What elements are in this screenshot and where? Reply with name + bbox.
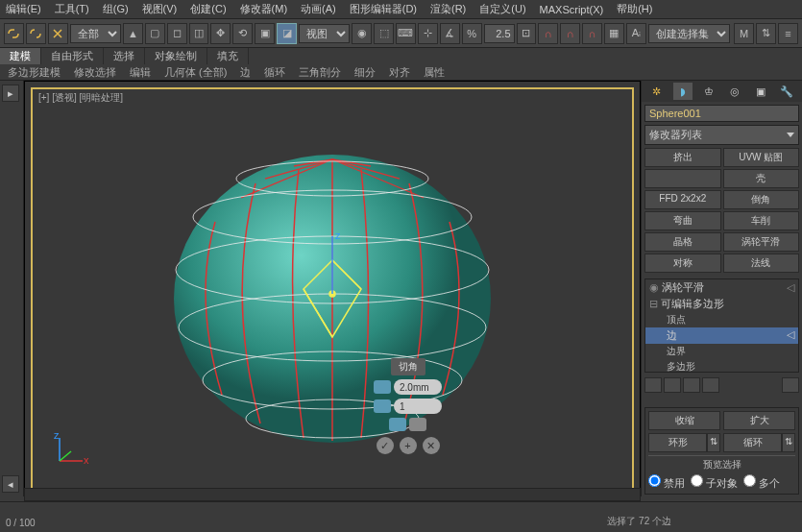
ribbon-sub-tri[interactable]: 三角剖分	[295, 65, 345, 80]
align-icon[interactable]: ⇅	[756, 23, 776, 44]
scale-icon[interactable]: ▣	[255, 23, 275, 44]
panel-tab-hierarchy-icon[interactable]: ♔	[699, 83, 718, 100]
btn-bend[interactable]: 弯曲	[644, 211, 721, 230]
panel-tab-utilities-icon[interactable]: 🔧	[777, 83, 796, 100]
ribbon-sub-props[interactable]: 属性	[420, 65, 449, 80]
move-icon[interactable]: ✥	[210, 23, 231, 44]
snap-percent-icon[interactable]: %	[462, 23, 482, 44]
layers-icon[interactable]: ≡	[778, 23, 798, 44]
bind-icon[interactable]	[48, 23, 68, 44]
gutter-collapse-icon[interactable]: ◂	[2, 475, 19, 493]
menu-animation[interactable]: 动画(A)	[301, 2, 336, 16]
remove-mod-icon[interactable]	[702, 377, 719, 393]
named-sel-icon[interactable]: Aᵢ	[626, 23, 646, 44]
pivot-icon[interactable]: ◉	[352, 23, 372, 44]
snap-angle-icon[interactable]: ∡	[440, 23, 460, 44]
mirror-icon[interactable]: M	[734, 23, 754, 44]
caddy-opt2-icon[interactable]	[409, 418, 426, 431]
select-name-icon[interactable]: ▢	[145, 23, 165, 44]
btn-ffd[interactable]: FFD 2x2x2	[644, 190, 721, 209]
link-icon[interactable]	[4, 23, 24, 44]
btn-empty1[interactable]	[644, 169, 721, 188]
ribbon-sub-modifysel[interactable]: 修改选择	[70, 65, 120, 80]
caddy-segments-input[interactable]	[400, 401, 436, 412]
chk-subobj[interactable]: 子对象	[691, 474, 738, 491]
pin-stack-icon[interactable]	[644, 377, 662, 393]
btn-loop[interactable]: 循环	[723, 433, 782, 452]
rotate-icon[interactable]: ⟲	[232, 23, 253, 44]
gutter-expand-icon[interactable]: ▸	[2, 85, 19, 102]
menu-modifiers[interactable]: 修改器(M)	[240, 2, 288, 16]
unlink-icon[interactable]	[26, 23, 46, 44]
window-select-icon[interactable]: ◫	[189, 23, 209, 44]
panel-tab-create-icon[interactable]: ✲	[647, 83, 667, 100]
select-manipulate-icon[interactable]: ⬚	[374, 23, 394, 44]
stack-vertex[interactable]: 顶点	[645, 312, 798, 327]
btn-shell[interactable]: 壳	[723, 169, 800, 188]
ribbon-tab-objectpaint[interactable]: 对象绘制	[145, 48, 207, 64]
btn-ring[interactable]: 环形	[648, 433, 707, 452]
stack-polygon[interactable]: 多边形	[645, 359, 798, 373]
ribbon-sub-subdiv[interactable]: 细分	[351, 65, 379, 80]
select-icon[interactable]: ▲	[123, 23, 143, 44]
panel-tab-motion-icon[interactable]: ◎	[725, 83, 744, 100]
btn-turbosmooth[interactable]: 涡轮平滑	[723, 232, 800, 252]
caddy-apply-icon[interactable]: +	[400, 437, 417, 454]
menu-customize[interactable]: 自定义(U)	[479, 2, 525, 16]
menu-create[interactable]: 创建(C)	[190, 2, 226, 16]
manipulate-icon[interactable]: ◪	[277, 23, 297, 44]
rect-select-icon[interactable]: ◻	[167, 23, 187, 44]
ribbon-sub-loop[interactable]: 循环	[260, 65, 289, 80]
btn-lathe[interactable]: 车削	[723, 211, 800, 230]
menu-view[interactable]: 视图(V)	[142, 2, 178, 16]
caddy-amount-input[interactable]	[400, 382, 436, 393]
named-selection-set[interactable]: 创建选择集	[648, 24, 730, 43]
ref-coord-system[interactable]: 视图	[299, 24, 350, 43]
ribbon-sub-align[interactable]: 对齐	[385, 65, 414, 80]
show-end-icon[interactable]	[664, 377, 681, 393]
btn-shrink[interactable]: 收缩	[648, 411, 720, 430]
menu-help[interactable]: 帮助(H)	[617, 2, 652, 16]
caddy-amount-icon[interactable]	[374, 380, 391, 394]
ribbon-tab-selection[interactable]: 选择	[104, 48, 145, 64]
snap-move-icon[interactable]: ⊹	[418, 23, 438, 44]
selection-filter[interactable]: 全部	[70, 24, 121, 43]
panel-tab-modify-icon[interactable]: ◗	[673, 83, 693, 100]
modifier-stack[interactable]: ◉涡轮平滑◁ ⊟可编辑多边形 顶点 边◁ 边界 多边形 元素	[644, 278, 799, 373]
menu-render[interactable]: 渲染(R)	[430, 2, 466, 16]
ribbon-tab-modeling[interactable]: 建模	[0, 48, 41, 64]
menu-group[interactable]: 组(G)	[103, 2, 129, 16]
caddy-ok-icon[interactable]: ✓	[377, 437, 394, 454]
panel-tab-display-icon[interactable]: ▣	[751, 83, 770, 100]
btn-symmetry[interactable]: 对称	[644, 254, 721, 273]
ring-spinner[interactable]: ⇅	[707, 433, 720, 452]
ribbon-tab-populate[interactable]: 填充	[207, 48, 249, 64]
btn-bevel[interactable]: 倒角	[723, 190, 800, 209]
stack-editpoly[interactable]: ⊟可编辑多边形	[645, 296, 798, 312]
keyboard-shortcut-icon[interactable]: ⌨	[396, 23, 416, 44]
stack-edge[interactable]: 边◁	[645, 327, 798, 344]
ribbon-sub-edge[interactable]: 边	[236, 65, 255, 80]
ribbon-sub-geometry[interactable]: 几何体 (全部)	[160, 65, 231, 80]
menu-maxscript[interactable]: MAXScript(X)	[540, 4, 604, 15]
caddy-cancel-icon[interactable]: ✕	[423, 437, 440, 454]
axis-z-icon[interactable]: ∩	[582, 23, 602, 44]
menu-tools[interactable]: 工具(T)	[55, 2, 89, 16]
spinner-snap[interactable]	[484, 24, 515, 43]
chk-disable[interactable]: 禁用	[648, 474, 685, 491]
scene[interactable]: z	[33, 89, 632, 488]
axis-x-icon[interactable]: ∩	[538, 23, 558, 44]
ribbon-tab-freeform[interactable]: 自由形式	[41, 48, 104, 64]
menu-grapheditor[interactable]: 图形编辑器(D)	[350, 2, 417, 16]
configure-icon[interactable]	[782, 377, 799, 393]
stack-border[interactable]: 边界	[645, 344, 798, 359]
chk-multi[interactable]: 多个	[743, 474, 780, 491]
btn-grow[interactable]: 扩大	[723, 411, 795, 430]
caddy-opt1-icon[interactable]	[389, 418, 406, 431]
btn-uvwmap[interactable]: UVW 贴图	[723, 148, 800, 167]
timeline[interactable]	[24, 488, 641, 501]
ribbon-sub-polymodel[interactable]: 多边形建模	[4, 65, 64, 80]
btn-normal[interactable]: 法线	[723, 254, 800, 273]
btn-extrude[interactable]: 挤出	[644, 148, 721, 167]
stack-turbosmooth[interactable]: ◉涡轮平滑◁	[645, 279, 798, 296]
